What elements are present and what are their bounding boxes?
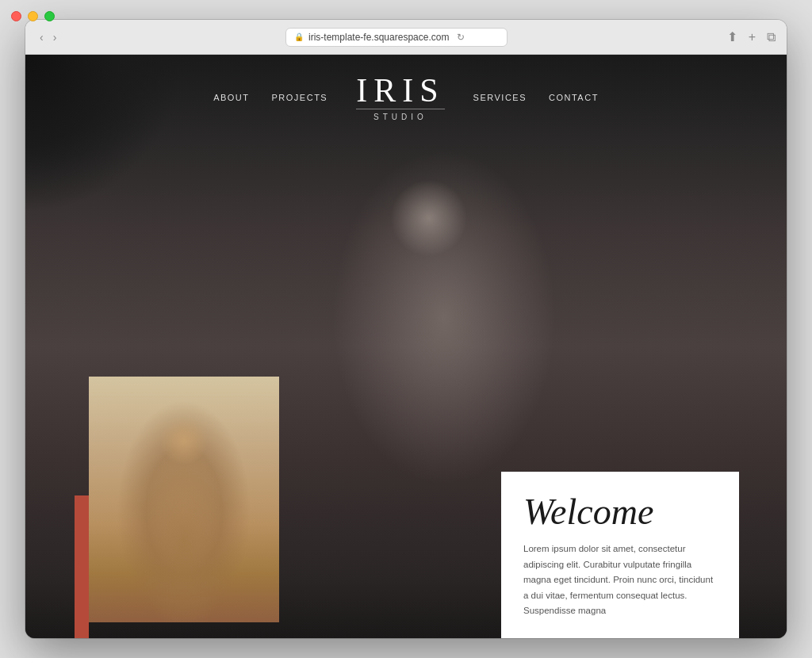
red-accent-bar bbox=[75, 495, 89, 638]
photo-card-inner bbox=[89, 377, 279, 622]
share-icon[interactable]: ⬆ bbox=[727, 29, 737, 44]
title-bar-center: 🔒 iris-template-fe.squarespace.com ↻ bbox=[72, 28, 720, 47]
nav-projects[interactable]: Projects bbox=[272, 93, 328, 102]
lock-icon: 🔒 bbox=[294, 33, 304, 41]
title-bar: ‹ › 🔒 iris-template-fe.squarespace.com ↻… bbox=[25, 20, 787, 55]
welcome-box: Welcome Lorem ipsum dolor sit amet, cons… bbox=[501, 472, 739, 638]
photo-figure bbox=[128, 416, 239, 622]
toolbar-actions: ⬆ + ⧉ bbox=[727, 29, 776, 44]
nav-right: Services Contact bbox=[473, 93, 599, 102]
nav-about[interactable]: About bbox=[213, 93, 249, 102]
refresh-button[interactable]: ↻ bbox=[457, 32, 465, 43]
welcome-text: Lorem ipsum dolor sit amet, consectetur … bbox=[523, 541, 717, 619]
nav-services[interactable]: Services bbox=[473, 93, 527, 102]
website: About Projects IRIS STUDIO Services Cont… bbox=[25, 55, 787, 638]
mac-window: ‹ › 🔒 iris-template-fe.squarespace.com ↻… bbox=[25, 20, 787, 638]
logo-main: IRIS bbox=[356, 72, 444, 109]
nav-logo[interactable]: IRIS STUDIO bbox=[356, 74, 444, 121]
window-controls bbox=[25, 20, 55, 21]
back-button[interactable]: ‹ bbox=[36, 29, 47, 45]
welcome-title: Welcome bbox=[523, 494, 717, 530]
maximize-button[interactable] bbox=[44, 20, 55, 21]
sidebar-icon[interactable]: ⧉ bbox=[767, 30, 776, 44]
nav-contact[interactable]: Contact bbox=[549, 93, 599, 102]
new-tab-icon[interactable]: + bbox=[749, 30, 756, 44]
logo-sub: STUDIO bbox=[356, 109, 444, 121]
nav-arrows: ‹ › bbox=[36, 29, 59, 45]
main-nav: About Projects IRIS STUDIO Services Cont… bbox=[25, 55, 787, 140]
forward-button[interactable]: › bbox=[50, 29, 60, 45]
url-bar[interactable]: 🔒 iris-template-fe.squarespace.com ↻ bbox=[285, 28, 508, 47]
url-text: iris-template-fe.squarespace.com bbox=[308, 32, 449, 43]
minimize-button[interactable] bbox=[28, 20, 38, 21]
browser-content: About Projects IRIS STUDIO Services Cont… bbox=[25, 55, 787, 638]
nav-left: About Projects bbox=[213, 93, 327, 102]
photo-card bbox=[89, 377, 279, 622]
